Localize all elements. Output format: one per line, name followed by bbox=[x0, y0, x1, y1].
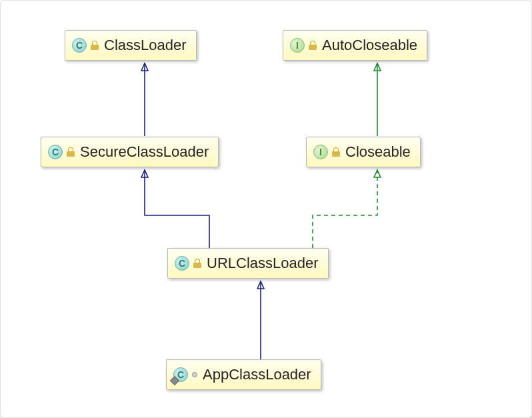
node-label: ClassLoader bbox=[104, 37, 187, 54]
node-label: AutoCloseable bbox=[322, 37, 417, 54]
class-icon: C bbox=[175, 256, 189, 271]
lock-icon bbox=[91, 41, 99, 50]
node-url-class-loader[interactable]: C URLClassLoader bbox=[167, 248, 329, 279]
lock-icon bbox=[332, 147, 340, 157]
node-secure-class-loader[interactable]: C SecureClassLoader bbox=[41, 137, 219, 167]
lock-icon bbox=[193, 259, 201, 268]
connector-layer bbox=[1, 1, 532, 418]
node-label: SecureClassLoader bbox=[80, 143, 209, 161]
node-closeable[interactable]: I Closeable bbox=[306, 137, 421, 167]
node-auto-closeable[interactable]: I AutoCloseable bbox=[283, 30, 427, 61]
class-icon: C bbox=[173, 367, 188, 382]
class-icon: C bbox=[48, 145, 63, 159]
edge-extends bbox=[145, 170, 209, 248]
lock-icon bbox=[309, 41, 317, 50]
visibility-dot-icon bbox=[192, 372, 197, 377]
node-app-class-loader[interactable]: C AppClassLoader bbox=[166, 359, 321, 390]
lock-icon bbox=[67, 147, 75, 157]
node-label: AppClassLoader bbox=[203, 366, 311, 383]
node-label: URLClassLoader bbox=[207, 255, 319, 272]
uml-diagram-canvas: C ClassLoader I AutoCloseable C SecureCl… bbox=[0, 0, 532, 418]
node-class-loader[interactable]: C ClassLoader bbox=[65, 30, 197, 61]
class-icon: C bbox=[72, 38, 87, 53]
node-label: Closeable bbox=[345, 143, 411, 161]
pin-icon bbox=[170, 376, 179, 385]
edge-implements bbox=[313, 170, 377, 248]
interface-icon: I bbox=[290, 38, 305, 53]
interface-icon: I bbox=[313, 145, 328, 159]
